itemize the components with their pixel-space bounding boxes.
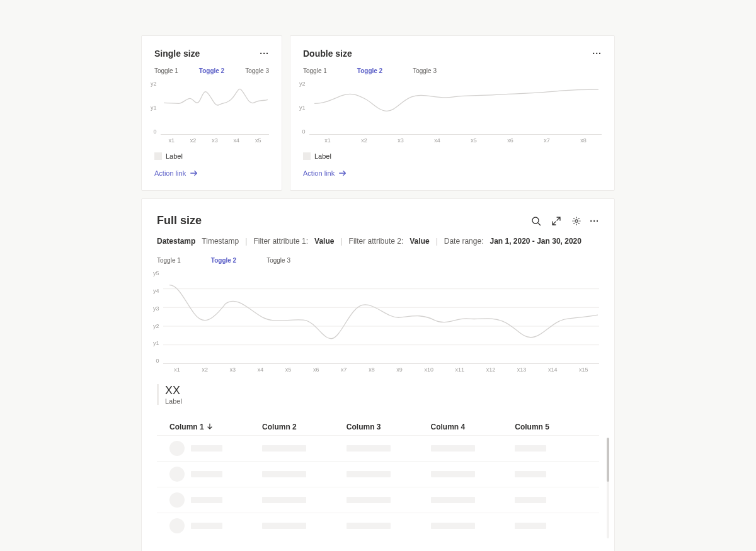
placeholder-bar <box>191 523 222 529</box>
y-tick: y2 <box>299 81 306 87</box>
x-tick: x3 <box>230 366 236 373</box>
column-header-4[interactable]: Column 4 <box>431 423 515 431</box>
x-tick: x4 <box>234 137 240 144</box>
avatar <box>169 492 185 508</box>
y-tick: 0 <box>302 128 306 135</box>
placeholder-bar <box>346 471 391 477</box>
toggle-1[interactable]: Toggle 1 <box>157 257 181 264</box>
placeholder-bar <box>191 471 222 477</box>
filter-1-value[interactable]: Value <box>314 237 334 246</box>
more-icon[interactable]: ··· <box>260 49 269 58</box>
daterange-value[interactable]: Jan 1, 2020 - Jan 30, 2020 <box>490 237 581 246</box>
x-tick: x4 <box>258 366 264 373</box>
card-single: Single size ··· Toggle 1 Toggle 2 Toggle… <box>141 35 282 191</box>
placeholder-bar <box>346 497 391 503</box>
y-tick: y1 <box>299 105 306 111</box>
column-header-5[interactable]: Column 5 <box>515 423 599 431</box>
x-tick: x8 <box>580 137 587 144</box>
metric-block: XX Label <box>157 384 599 405</box>
card-title-double: Double size <box>303 48 352 59</box>
toggle-2[interactable]: Toggle 2 <box>357 67 382 74</box>
more-icon[interactable]: ··· <box>590 217 599 225</box>
toggle-1[interactable]: Toggle 1 <box>154 67 178 74</box>
x-tick: x1 <box>168 137 175 144</box>
x-tick: x1 <box>174 366 180 373</box>
expand-icon[interactable] <box>549 214 563 228</box>
y-tick: y1 <box>153 340 159 346</box>
toggle-3[interactable]: Toggle 3 <box>266 257 290 264</box>
table-row[interactable] <box>157 435 599 461</box>
placeholder-bar <box>515 497 546 503</box>
y-tick: 0 <box>154 128 157 135</box>
placeholder-bar <box>515 445 546 452</box>
toggle-group-full: Toggle 1 Toggle 2 Toggle 3 <box>157 257 599 264</box>
x-tick: x15 <box>579 366 588 373</box>
metric-value: XX <box>165 384 599 397</box>
arrow-right-icon <box>338 169 347 178</box>
legend-label: Label <box>166 152 183 160</box>
gear-icon[interactable] <box>570 214 583 228</box>
x-tick: x9 <box>396 366 403 373</box>
svg-point-2 <box>575 220 578 222</box>
placeholder-bar <box>262 445 306 452</box>
legend-swatch-icon <box>154 152 162 160</box>
metric-label: Label <box>165 397 599 405</box>
y-tick: y2 <box>153 323 159 329</box>
column-header-1[interactable]: Column 1 <box>157 423 262 431</box>
toggle-2[interactable]: Toggle 2 <box>199 67 224 74</box>
avatar <box>169 441 185 456</box>
placeholder-bar <box>262 497 306 503</box>
toggle-2[interactable]: Toggle 2 <box>211 257 236 264</box>
card-double: Double size ··· Toggle 1 Toggle 2 Toggle… <box>290 35 615 191</box>
x-tick: x4 <box>434 137 440 144</box>
filter-1-label: Filter attribute 1: <box>253 237 308 246</box>
table-row[interactable] <box>157 461 599 487</box>
placeholder-bar <box>346 445 391 452</box>
x-tick: x2 <box>202 366 208 373</box>
scrollbar[interactable] <box>607 438 609 538</box>
filter-2-value[interactable]: Value <box>410 237 429 246</box>
placeholder-bar <box>431 445 475 452</box>
chart-double: y2 y1 0 x1 x2 x3 x4 x5 x6 x7 x8 <box>303 81 602 144</box>
action-link-single[interactable]: Action link <box>154 169 198 178</box>
placeholder-bar <box>346 523 391 529</box>
x-tick: x7 <box>544 137 550 144</box>
toggle-3[interactable]: Toggle 3 <box>413 67 437 74</box>
column-header-2[interactable]: Column 2 <box>262 423 346 431</box>
x-tick: x10 <box>424 366 433 373</box>
table-row[interactable] <box>157 513 599 538</box>
toggle-group-single: Toggle 1 Toggle 2 Toggle 3 <box>154 67 269 74</box>
placeholder-bar <box>191 445 222 452</box>
scrollbar-thumb[interactable] <box>607 438 609 482</box>
x-tick: x5 <box>471 137 477 144</box>
daterange-label: Date range: <box>444 237 484 246</box>
x-tick: x12 <box>486 366 496 373</box>
legend-swatch-icon <box>303 152 311 160</box>
action-link-double[interactable]: Action link <box>303 169 347 178</box>
y-tick: y2 <box>151 81 157 87</box>
x-tick: x3 <box>398 137 404 144</box>
x-tick: x6 <box>507 137 513 144</box>
column-header-3[interactable]: Column 3 <box>346 423 431 431</box>
more-icon[interactable]: ··· <box>592 49 602 58</box>
avatar <box>169 518 185 533</box>
placeholder-bar <box>262 471 306 477</box>
card-title-single: Single size <box>154 48 200 59</box>
search-icon[interactable] <box>529 214 543 228</box>
toggle-group-double: Toggle 1 Toggle 2 Toggle 3 <box>303 67 602 74</box>
avatar <box>169 467 185 482</box>
y-tick: y1 <box>151 105 157 111</box>
filter-datestamp[interactable]: Datestamp <box>157 237 195 246</box>
filter-timestamp[interactable]: Timestamp <box>202 237 239 246</box>
legend-label: Label <box>314 152 331 160</box>
filter-2-label: Filter attribute 2: <box>349 237 404 246</box>
svg-point-0 <box>532 217 539 224</box>
toggle-1[interactable]: Toggle 1 <box>303 67 327 74</box>
x-tick: x8 <box>369 366 375 373</box>
placeholder-bar <box>515 523 546 529</box>
table-row[interactable] <box>157 487 599 513</box>
sort-desc-icon <box>207 423 213 431</box>
toggle-3[interactable]: Toggle 3 <box>245 67 269 74</box>
data-table: Column 1 Column 2 Column 3 Column 4 Colu… <box>157 419 599 538</box>
placeholder-bar <box>515 471 546 477</box>
